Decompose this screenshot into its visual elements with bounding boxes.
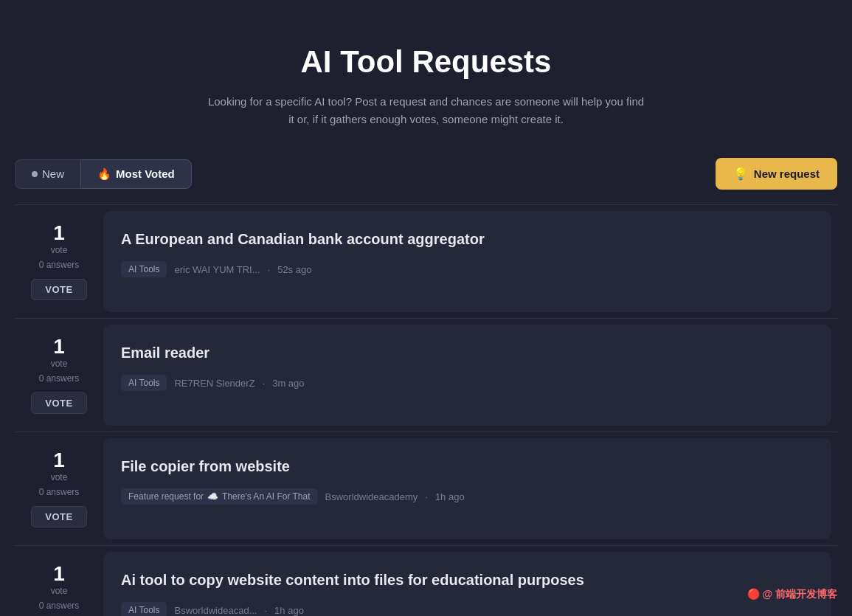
post-tag: AI Tools	[121, 261, 167, 277]
post-tag: AI Tools	[121, 602, 167, 616]
vote-count: 1	[53, 336, 65, 357]
table-row: 1 vote 0 answers VOTE File copier from w…	[15, 432, 837, 545]
post-sep: ·	[268, 264, 271, 275]
tab-new-label: New	[42, 167, 64, 180]
post-title: Email reader	[121, 342, 814, 363]
post-title: Ai tool to copy website content into fil…	[121, 570, 814, 590]
new-request-label: New request	[754, 167, 820, 180]
post-sep: ·	[425, 491, 428, 502]
table-row: 1 vote 0 answers VOTE Email reader AI To…	[15, 318, 837, 432]
post-author: Bsworldwideacad...	[174, 605, 257, 616]
post-content: Ai tool to copy website content into fil…	[103, 552, 831, 616]
post-sep: ·	[263, 378, 266, 389]
post-author: RE7REN SlenderZ	[174, 378, 254, 389]
vote-count: 1	[53, 564, 65, 584]
new-request-button[interactable]: 💡 New request	[716, 158, 837, 190]
vote-section: 1 vote 0 answers VOTE	[15, 319, 103, 432]
post-author: eric WAI YUM TRI...	[174, 264, 260, 275]
post-time: 1h ago	[274, 605, 304, 616]
vote-section: 1 vote 0 answers VOTE	[15, 432, 103, 545]
vote-label: vote	[51, 359, 68, 369]
fire-icon: 🔥	[97, 167, 111, 181]
post-content: A European and Canadian bank account agg…	[103, 211, 831, 312]
page-title: AI Tool Requests	[15, 44, 837, 80]
table-row: 1 vote 0 answers VOTE Ai tool to copy we…	[15, 545, 837, 616]
feature-label: Feature request for	[128, 491, 204, 502]
header-section: AI Tool Requests Looking for a specific …	[15, 30, 837, 158]
answers-label: 0 answers	[39, 260, 80, 270]
tab-new[interactable]: New	[15, 159, 80, 189]
answers-label: 0 answers	[39, 601, 80, 611]
post-title: File copier from website	[121, 456, 814, 477]
vote-button[interactable]: VOTE	[31, 279, 86, 300]
post-meta: AI Tools Bsworldwideacad... · 1h ago	[121, 602, 814, 616]
watermark: 🔴 @ 前端开发博客	[747, 588, 837, 601]
page-subtitle: Looking for a specific AI tool? Post a r…	[205, 93, 648, 128]
post-meta: AI Tools eric WAI YUM TRI... · 52s ago	[121, 261, 814, 277]
answers-label: 0 answers	[39, 373, 80, 384]
vote-button[interactable]: VOTE	[31, 506, 86, 527]
weibo-icon: 🔴	[747, 588, 760, 600]
feature-site: There's An AI For That	[222, 491, 310, 502]
vote-label: vote	[51, 245, 68, 255]
vote-button[interactable]: VOTE	[31, 392, 86, 414]
vote-count: 1	[53, 450, 65, 471]
toolbar: New 🔥 Most Voted 💡 New request	[15, 158, 837, 190]
vote-label: vote	[51, 472, 68, 482]
vote-label: vote	[51, 586, 68, 596]
post-title: A European and Canadian bank account agg…	[121, 229, 814, 249]
post-time: 3m ago	[272, 378, 304, 389]
post-tag: AI Tools	[121, 375, 167, 391]
vote-section: 1 vote 0 answers VOTE	[15, 546, 103, 616]
posts-list: 1 vote 0 answers VOTE A European and Can…	[15, 204, 837, 616]
post-meta: Feature request for ☁️ There's An AI For…	[121, 488, 814, 505]
tab-most-voted[interactable]: 🔥 Most Voted	[80, 159, 192, 189]
feature-tag: Feature request for ☁️ There's An AI For…	[121, 488, 318, 505]
post-content: File copier from website Feature request…	[103, 438, 831, 539]
bulb-icon: 💡	[733, 167, 748, 181]
post-sep: ·	[264, 605, 267, 616]
cloud-icon: ☁️	[207, 491, 218, 502]
post-time: 52s ago	[277, 264, 311, 275]
watermark-text: @ 前端开发博客	[762, 588, 837, 600]
answers-label: 0 answers	[39, 487, 80, 497]
post-meta: AI Tools RE7REN SlenderZ · 3m ago	[121, 375, 814, 391]
post-content: Email reader AI Tools RE7REN SlenderZ · …	[103, 325, 831, 426]
tab-group: New 🔥 Most Voted	[15, 159, 192, 189]
tab-most-voted-label: Most Voted	[116, 167, 175, 180]
vote-count: 1	[53, 223, 65, 243]
table-row: 1 vote 0 answers VOTE A European and Can…	[15, 204, 837, 318]
new-dot-icon	[32, 171, 38, 177]
vote-section: 1 vote 0 answers VOTE	[15, 205, 103, 318]
post-time: 1h ago	[435, 491, 465, 502]
post-author: Bsworldwideacademy	[325, 491, 418, 502]
